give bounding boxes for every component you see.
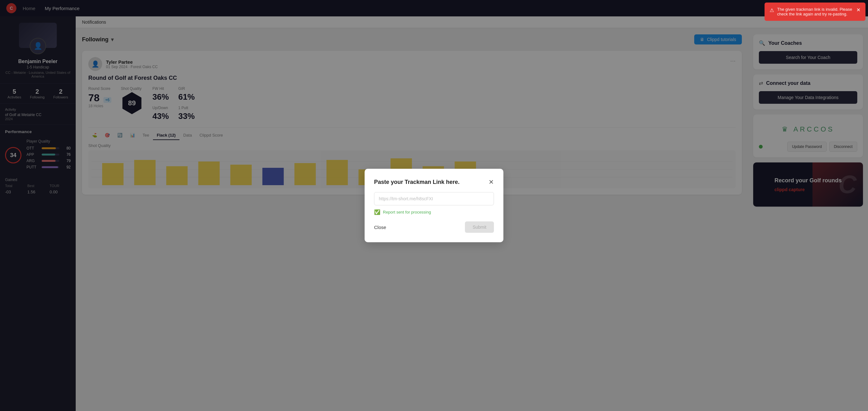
trackman-modal: Paste your Trackman Link here. ✕ ✅ Repor… [365,169,503,242]
modal-title: Paste your Trackman Link here. [374,179,460,186]
trackman-link-input[interactable] [374,192,494,205]
warning-icon: ⚠ [770,7,774,13]
modal-overlay: Paste your Trackman Link here. ✕ ✅ Repor… [0,0,868,411]
modal-close-button[interactable]: ✕ [489,178,494,186]
modal-header: Paste your Trackman Link here. ✕ [374,178,494,186]
modal-footer: Close Submit [374,221,494,233]
success-message: ✅ Report sent for processing [374,209,494,215]
error-toast: ⚠ The given trackman link is invalid. Pl… [765,2,866,21]
modal-close-text-button[interactable]: Close [374,225,386,230]
modal-submit-button[interactable]: Submit [465,221,494,233]
toast-close-icon[interactable]: ✕ [856,7,861,13]
success-text: Report sent for processing [383,210,431,215]
toast-message: The given trackman link is invalid. Plea… [777,7,853,17]
success-icon: ✅ [374,209,380,215]
